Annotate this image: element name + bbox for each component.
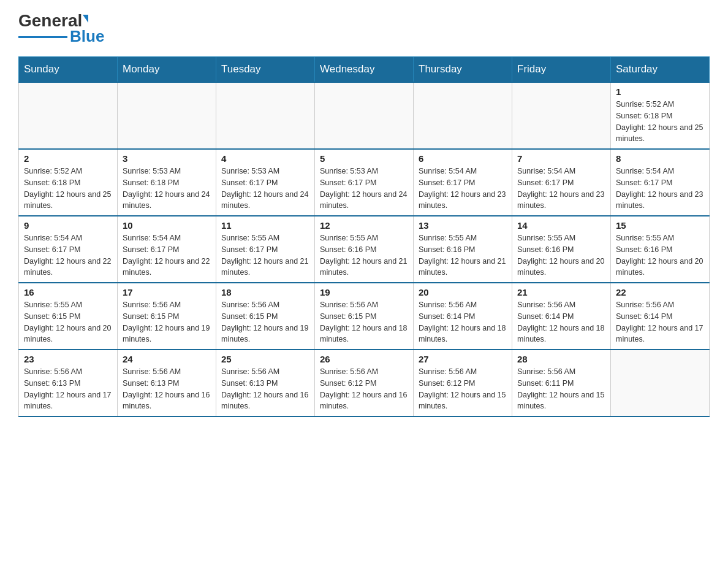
- day-of-week-header: Saturday: [611, 57, 710, 83]
- day-info: Sunrise: 5:53 AMSunset: 6:17 PMDaylight:…: [221, 166, 309, 212]
- day-info: Sunrise: 5:54 AMSunset: 6:17 PMDaylight:…: [616, 166, 704, 212]
- logo-text-blue: Blue: [70, 28, 104, 44]
- calendar-cell: 24Sunrise: 5:56 AMSunset: 6:13 PMDayligh…: [118, 350, 216, 416]
- day-info: Sunrise: 5:56 AMSunset: 6:13 PMDaylight:…: [24, 366, 112, 412]
- calendar-cell: [118, 82, 216, 149]
- calendar-header-row: SundayMondayTuesdayWednesdayThursdayFrid…: [19, 57, 710, 83]
- calendar-cell: 12Sunrise: 5:55 AMSunset: 6:16 PMDayligh…: [315, 216, 414, 283]
- calendar-cell: [611, 350, 710, 416]
- day-info: Sunrise: 5:55 AMSunset: 6:17 PMDaylight:…: [221, 232, 309, 278]
- calendar-cell: 6Sunrise: 5:54 AMSunset: 6:17 PMDaylight…: [414, 149, 512, 216]
- day-number: 1: [616, 86, 704, 97]
- day-info: Sunrise: 5:55 AMSunset: 6:16 PMDaylight:…: [616, 232, 704, 278]
- calendar-cell: 9Sunrise: 5:54 AMSunset: 6:17 PMDaylight…: [19, 216, 118, 283]
- day-info: Sunrise: 5:54 AMSunset: 6:17 PMDaylight:…: [517, 166, 605, 212]
- calendar-week-row: 23Sunrise: 5:56 AMSunset: 6:13 PMDayligh…: [19, 350, 710, 416]
- calendar-cell: 5Sunrise: 5:53 AMSunset: 6:17 PMDaylight…: [315, 149, 414, 216]
- calendar-week-row: 2Sunrise: 5:52 AMSunset: 6:18 PMDaylight…: [19, 149, 710, 216]
- day-number: 22: [616, 287, 704, 297]
- day-number: 5: [320, 153, 408, 164]
- day-number: 20: [419, 287, 507, 297]
- day-number: 11: [221, 220, 309, 231]
- day-of-week-header: Friday: [512, 57, 611, 83]
- day-number: 24: [123, 354, 211, 364]
- calendar-cell: 20Sunrise: 5:56 AMSunset: 6:14 PMDayligh…: [414, 283, 512, 350]
- day-info: Sunrise: 5:56 AMSunset: 6:15 PMDaylight:…: [221, 299, 309, 345]
- calendar-cell: 17Sunrise: 5:56 AMSunset: 6:15 PMDayligh…: [118, 283, 216, 350]
- calendar-cell: 1Sunrise: 5:52 AMSunset: 6:18 PMDaylight…: [611, 82, 710, 149]
- day-number: 9: [24, 220, 112, 231]
- day-number: 18: [221, 287, 309, 297]
- calendar-cell: 28Sunrise: 5:56 AMSunset: 6:11 PMDayligh…: [512, 350, 611, 416]
- day-info: Sunrise: 5:54 AMSunset: 6:17 PMDaylight:…: [123, 232, 211, 278]
- logo: General Blue: [18, 12, 104, 44]
- calendar-cell: [216, 82, 315, 149]
- calendar-cell: 19Sunrise: 5:56 AMSunset: 6:15 PMDayligh…: [315, 283, 414, 350]
- day-number: 2: [24, 153, 112, 164]
- day-of-week-header: Thursday: [414, 57, 512, 83]
- day-info: Sunrise: 5:56 AMSunset: 6:11 PMDaylight:…: [517, 366, 605, 412]
- day-info: Sunrise: 5:56 AMSunset: 6:13 PMDaylight:…: [123, 366, 211, 412]
- calendar-week-row: 9Sunrise: 5:54 AMSunset: 6:17 PMDaylight…: [19, 216, 710, 283]
- calendar-cell: 8Sunrise: 5:54 AMSunset: 6:17 PMDaylight…: [611, 149, 710, 216]
- day-info: Sunrise: 5:54 AMSunset: 6:17 PMDaylight:…: [24, 232, 112, 278]
- day-number: 25: [221, 354, 309, 364]
- day-info: Sunrise: 5:52 AMSunset: 6:18 PMDaylight:…: [24, 166, 112, 212]
- calendar-cell: 14Sunrise: 5:55 AMSunset: 6:16 PMDayligh…: [512, 216, 611, 283]
- calendar-cell: 26Sunrise: 5:56 AMSunset: 6:12 PMDayligh…: [315, 350, 414, 416]
- day-info: Sunrise: 5:53 AMSunset: 6:18 PMDaylight:…: [123, 166, 211, 212]
- calendar-cell: 16Sunrise: 5:55 AMSunset: 6:15 PMDayligh…: [19, 283, 118, 350]
- day-info: Sunrise: 5:56 AMSunset: 6:14 PMDaylight:…: [517, 299, 605, 345]
- day-of-week-header: Wednesday: [315, 57, 414, 83]
- page-header: General Blue: [18, 12, 710, 44]
- logo-underline: [18, 36, 67, 38]
- day-of-week-header: Tuesday: [216, 57, 315, 83]
- day-info: Sunrise: 5:56 AMSunset: 6:15 PMDaylight:…: [123, 299, 211, 345]
- day-of-week-header: Sunday: [19, 57, 118, 83]
- calendar-cell: 21Sunrise: 5:56 AMSunset: 6:14 PMDayligh…: [512, 283, 611, 350]
- calendar-week-row: 1Sunrise: 5:52 AMSunset: 6:18 PMDaylight…: [19, 82, 710, 149]
- calendar-cell: [414, 82, 512, 149]
- calendar-cell: 13Sunrise: 5:55 AMSunset: 6:16 PMDayligh…: [414, 216, 512, 283]
- calendar-cell: 25Sunrise: 5:56 AMSunset: 6:13 PMDayligh…: [216, 350, 315, 416]
- calendar-table: SundayMondayTuesdayWednesdayThursdayFrid…: [18, 56, 710, 417]
- day-number: 7: [517, 153, 605, 164]
- day-number: 26: [320, 354, 408, 364]
- day-number: 6: [419, 153, 507, 164]
- day-number: 8: [616, 153, 704, 164]
- day-number: 3: [123, 153, 211, 164]
- day-info: Sunrise: 5:55 AMSunset: 6:16 PMDaylight:…: [517, 232, 605, 278]
- day-info: Sunrise: 5:56 AMSunset: 6:14 PMDaylight:…: [616, 299, 704, 345]
- day-number: 16: [24, 287, 112, 297]
- calendar-cell: 27Sunrise: 5:56 AMSunset: 6:12 PMDayligh…: [414, 350, 512, 416]
- calendar-cell: [19, 82, 118, 149]
- day-info: Sunrise: 5:56 AMSunset: 6:14 PMDaylight:…: [419, 299, 507, 345]
- day-info: Sunrise: 5:56 AMSunset: 6:12 PMDaylight:…: [320, 366, 408, 412]
- day-number: 14: [517, 220, 605, 231]
- day-info: Sunrise: 5:52 AMSunset: 6:18 PMDaylight:…: [616, 99, 704, 145]
- day-info: Sunrise: 5:55 AMSunset: 6:16 PMDaylight:…: [419, 232, 507, 278]
- day-info: Sunrise: 5:56 AMSunset: 6:12 PMDaylight:…: [419, 366, 507, 412]
- day-info: Sunrise: 5:55 AMSunset: 6:16 PMDaylight:…: [320, 232, 408, 278]
- day-number: 23: [24, 354, 112, 364]
- day-number: 19: [320, 287, 408, 297]
- calendar-cell: [512, 82, 611, 149]
- calendar-cell: 18Sunrise: 5:56 AMSunset: 6:15 PMDayligh…: [216, 283, 315, 350]
- day-info: Sunrise: 5:54 AMSunset: 6:17 PMDaylight:…: [419, 166, 507, 212]
- day-number: 17: [123, 287, 211, 297]
- day-number: 15: [616, 220, 704, 231]
- day-number: 13: [419, 220, 507, 231]
- day-of-week-header: Monday: [118, 57, 216, 83]
- day-number: 27: [419, 354, 507, 364]
- day-info: Sunrise: 5:56 AMSunset: 6:13 PMDaylight:…: [221, 366, 309, 412]
- day-number: 12: [320, 220, 408, 231]
- day-number: 28: [517, 354, 605, 364]
- day-number: 21: [517, 287, 605, 297]
- calendar-cell: 10Sunrise: 5:54 AMSunset: 6:17 PMDayligh…: [118, 216, 216, 283]
- calendar-cell: 22Sunrise: 5:56 AMSunset: 6:14 PMDayligh…: [611, 283, 710, 350]
- calendar-cell: 2Sunrise: 5:52 AMSunset: 6:18 PMDaylight…: [19, 149, 118, 216]
- calendar-cell: 4Sunrise: 5:53 AMSunset: 6:17 PMDaylight…: [216, 149, 315, 216]
- day-info: Sunrise: 5:56 AMSunset: 6:15 PMDaylight:…: [320, 299, 408, 345]
- calendar-cell: 3Sunrise: 5:53 AMSunset: 6:18 PMDaylight…: [118, 149, 216, 216]
- calendar-cell: 15Sunrise: 5:55 AMSunset: 6:16 PMDayligh…: [611, 216, 710, 283]
